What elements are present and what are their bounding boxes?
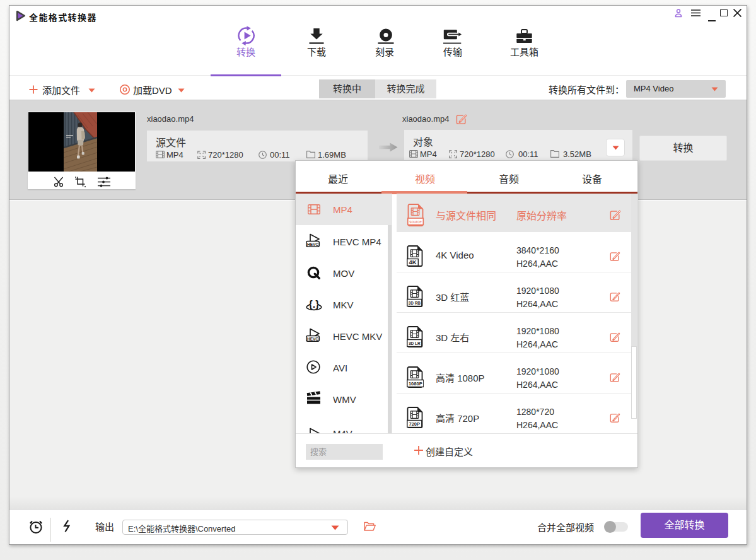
svg-text:4K: 4K: [409, 259, 416, 265]
svg-text:HEVC: HEVC: [307, 242, 318, 247]
svg-text:{.}: {.}: [309, 299, 320, 310]
svg-text:HEVC: HEVC: [307, 337, 318, 341]
svg-text:3D RB: 3D RB: [409, 301, 421, 305]
svg-text:3D LR: 3D LR: [409, 341, 421, 346]
svg-text:720P: 720P: [409, 421, 421, 427]
svg-text:source: source: [409, 219, 422, 224]
svg-text:1080P: 1080P: [409, 381, 422, 387]
